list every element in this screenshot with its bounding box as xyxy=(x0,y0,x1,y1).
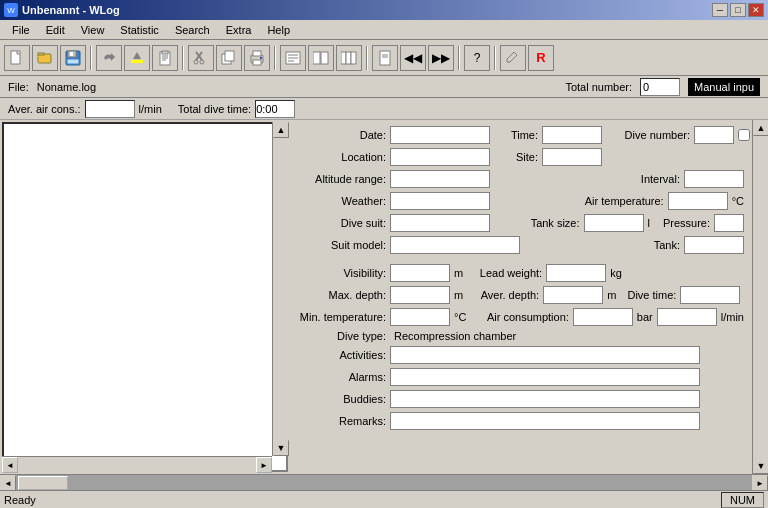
menu-search[interactable]: Search xyxy=(167,22,218,38)
help-button[interactable]: ? xyxy=(464,45,490,71)
dive-list[interactable] xyxy=(2,122,288,472)
hscroll-right[interactable]: ► xyxy=(752,475,768,491)
dive-suit-input[interactable] xyxy=(390,214,490,232)
dive-time-input[interactable] xyxy=(680,286,740,304)
time-input[interactable] xyxy=(542,126,602,144)
prev-button[interactable]: ◀◀ xyxy=(400,45,426,71)
dive-suit-label: Dive suit: xyxy=(296,217,386,229)
status-text: Ready xyxy=(4,494,717,506)
menu-statistic[interactable]: Statistic xyxy=(112,22,167,38)
time-label: Time: xyxy=(498,129,538,141)
hscroll-left[interactable]: ◄ xyxy=(0,475,16,491)
left-hscroll-track[interactable] xyxy=(18,457,256,472)
interval-input[interactable] xyxy=(684,170,744,188)
weather-input[interactable] xyxy=(390,192,490,210)
print-button[interactable] xyxy=(244,45,270,71)
svg-rect-6 xyxy=(38,53,44,55)
total-input[interactable] xyxy=(640,78,680,96)
left-hscroll[interactable]: ◄ ► xyxy=(2,456,272,472)
left-scroll-right[interactable]: ► xyxy=(256,457,272,473)
location-input[interactable] xyxy=(390,148,490,166)
date-input[interactable] xyxy=(390,126,490,144)
air-temp-unit: °C xyxy=(732,195,744,207)
toolbar-sep-2 xyxy=(182,46,184,70)
buddies-input[interactable] xyxy=(390,390,700,408)
aver-air-input[interactable] xyxy=(85,100,135,118)
cut-button[interactable] xyxy=(188,45,214,71)
alarms-label: Alarms: xyxy=(296,371,386,383)
hscroll-thumb[interactable] xyxy=(18,476,68,490)
save-button[interactable] xyxy=(60,45,86,71)
air-consumption-input1[interactable] xyxy=(573,308,633,326)
right-scroll-up[interactable]: ▲ xyxy=(753,120,768,136)
row-alarms: Alarms: xyxy=(296,368,744,386)
close-button[interactable]: ✕ xyxy=(748,3,764,17)
menu-help[interactable]: Help xyxy=(259,22,298,38)
toolbar-sep-4 xyxy=(366,46,368,70)
menu-edit[interactable]: Edit xyxy=(38,22,73,38)
svg-rect-5 xyxy=(38,56,46,57)
maximize-button[interactable]: □ xyxy=(730,3,746,17)
left-scroll-up[interactable]: ▲ xyxy=(273,122,289,138)
menu-view[interactable]: View xyxy=(73,22,113,38)
next-button[interactable]: ▶▶ xyxy=(428,45,454,71)
svg-rect-31 xyxy=(313,52,320,64)
tank-size-input[interactable] xyxy=(584,214,644,232)
right-scroll-down[interactable]: ▼ xyxy=(753,458,768,474)
total-dive-input[interactable] xyxy=(255,100,295,118)
min-temp-unit: °C xyxy=(454,311,466,323)
pressure-label: Pressure: xyxy=(654,217,710,229)
min-temp-input[interactable] xyxy=(390,308,450,326)
left-scroll-left[interactable]: ◄ xyxy=(2,457,18,473)
highlight-button[interactable] xyxy=(124,45,150,71)
bottom-hscroll[interactable]: ◄ ► xyxy=(0,474,768,490)
air-consumption-input2[interactable] xyxy=(657,308,717,326)
hscroll-track[interactable] xyxy=(16,475,752,490)
date-label: Date: xyxy=(296,129,386,141)
form-panel: Date: Time: Dive number: Location: Site: xyxy=(288,120,768,474)
pressure-input[interactable] xyxy=(714,214,744,232)
dive-type-label: Dive type: xyxy=(296,330,386,342)
right-scroll-track[interactable] xyxy=(753,136,768,458)
row-altitude: Altitude range: Interval: xyxy=(296,170,744,188)
copy-button[interactable] xyxy=(216,45,242,71)
page1-button[interactable] xyxy=(280,45,306,71)
row-buddies: Buddies: xyxy=(296,390,744,408)
clipboard-button[interactable] xyxy=(152,45,178,71)
open-button[interactable] xyxy=(32,45,58,71)
page3-button[interactable] xyxy=(336,45,362,71)
menu-extra[interactable]: Extra xyxy=(218,22,260,38)
record-button[interactable]: R xyxy=(528,45,554,71)
max-depth-input[interactable] xyxy=(390,286,450,304)
site-input[interactable] xyxy=(542,148,602,166)
row-activities: Activities: xyxy=(296,346,744,364)
left-vscroll[interactable]: ▲ ▼ xyxy=(272,122,288,456)
left-scroll-down[interactable]: ▼ xyxy=(273,440,289,456)
row-location: Location: Site: xyxy=(296,148,744,166)
svg-rect-11 xyxy=(131,60,143,63)
bookmark-button[interactable] xyxy=(372,45,398,71)
right-vscroll[interactable]: ▲ ▼ xyxy=(752,120,768,474)
menu-file[interactable]: File xyxy=(4,22,38,38)
activities-input[interactable] xyxy=(390,346,700,364)
page2-button[interactable] xyxy=(308,45,334,71)
lead-weight-input[interactable] xyxy=(546,264,606,282)
air-consumption-unit2: l/min xyxy=(721,311,744,323)
minimize-button[interactable]: ─ xyxy=(712,3,728,17)
dive-number-input[interactable] xyxy=(694,126,734,144)
num-lock-indicator: NUM xyxy=(721,492,764,508)
remarks-input[interactable] xyxy=(390,412,700,430)
visibility-input[interactable] xyxy=(390,264,450,282)
aver-depth-input[interactable] xyxy=(543,286,603,304)
altitude-input[interactable] xyxy=(390,170,490,188)
manual-input-button[interactable]: Manual inpu xyxy=(688,78,760,96)
undo-button[interactable] xyxy=(96,45,122,71)
dive-number-check[interactable] xyxy=(738,129,750,141)
air-temp-input[interactable] xyxy=(668,192,728,210)
suit-model-input[interactable] xyxy=(390,236,520,254)
edit-button[interactable] xyxy=(500,45,526,71)
tank-input[interactable] xyxy=(684,236,744,254)
alarms-input[interactable] xyxy=(390,368,700,386)
left-scroll-track[interactable] xyxy=(273,138,288,440)
new-button[interactable] xyxy=(4,45,30,71)
